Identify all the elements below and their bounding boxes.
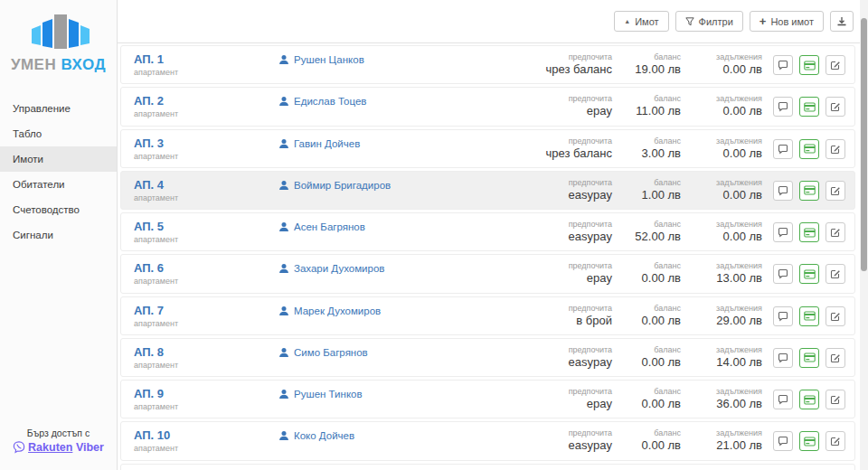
comment-icon (778, 227, 788, 238)
resident-cell: Рушен Цанков (278, 52, 522, 65)
due-stat: задължения 13.00 лв (693, 261, 762, 286)
sidebar-item-4[interactable]: Счетоводство (0, 197, 117, 222)
sidebar-footer: Бърз достъп с Rakuten Viber (0, 418, 117, 470)
edit-button[interactable] (826, 348, 845, 368)
scrollbar-track[interactable] (860, 0, 868, 470)
new-property-button[interactable]: + Нов имот (750, 11, 824, 32)
sidebar-item-3[interactable]: Обитатели (0, 172, 117, 197)
payment-button[interactable] (799, 306, 819, 326)
download-icon (836, 16, 847, 27)
resident-link[interactable]: Коко Дойчев (294, 430, 354, 441)
unit-number[interactable]: АП. 1 (134, 52, 278, 66)
resident-link[interactable]: Асен Багрянов (294, 221, 365, 232)
prefers-value: easypay (534, 438, 612, 453)
unit-number[interactable]: АП. 9 (134, 387, 278, 400)
note-button[interactable] (773, 181, 793, 201)
unit-number[interactable]: АП. 8 (134, 345, 278, 359)
note-button[interactable] (773, 55, 793, 75)
unit-number[interactable]: АП. 3 (134, 136, 278, 150)
edit-button[interactable] (826, 431, 845, 451)
edit-button[interactable] (826, 97, 845, 117)
note-button[interactable] (773, 348, 793, 368)
credit-card-icon (804, 352, 816, 362)
resident-link[interactable]: Едислав Тоцев (294, 96, 366, 107)
payment-button[interactable] (799, 181, 819, 201)
resident-link[interactable]: Гавин Дойчев (294, 138, 360, 149)
edit-button[interactable] (826, 139, 845, 159)
prefers-value: easypay (534, 355, 612, 370)
toolbar: ▲ Имот Филтри + Нов имот (118, 0, 868, 43)
payment-button[interactable] (799, 222, 819, 242)
quick-access-label: Бърз достъп с (0, 428, 117, 438)
export-button[interactable] (830, 11, 854, 32)
unit-number[interactable]: АП. 5 (134, 220, 278, 233)
resident-link[interactable]: Захари Духомиров (294, 263, 384, 274)
edit-button[interactable] (826, 181, 845, 201)
note-button[interactable] (773, 390, 793, 409)
resident-link[interactable]: Симо Багрянов (294, 347, 368, 358)
payment-button[interactable] (799, 431, 819, 451)
resident-link[interactable]: Рушен Тинков (294, 389, 363, 400)
viber-brand-word1: Rakuten (28, 441, 72, 454)
edit-button[interactable] (826, 55, 845, 75)
note-button[interactable] (773, 264, 793, 284)
balance-stat: баланс 1.00 лв (625, 178, 681, 202)
main-content: ▲ Имот Филтри + Нов имот А (118, 0, 868, 470)
payment-button[interactable] (799, 55, 819, 75)
balance-label: баланс (625, 94, 681, 103)
payment-button[interactable] (799, 97, 819, 117)
balance-stat: баланс 11.00 лв (625, 94, 681, 118)
unit-number[interactable]: АП. 4 (134, 178, 278, 192)
viber-link[interactable]: Rakuten Viber (13, 441, 104, 454)
filters-button[interactable]: Филтри (675, 11, 743, 32)
sidebar-item-0[interactable]: Управление (0, 96, 117, 121)
balance-label: баланс (625, 387, 681, 396)
edit-button[interactable] (826, 222, 845, 242)
unit-number[interactable]: АП. 6 (134, 261, 278, 275)
logo: УМЕН ВХОД (0, 0, 117, 83)
person-icon (278, 263, 289, 274)
payment-button[interactable] (799, 348, 819, 368)
sort-by-button[interactable]: ▲ Имот (614, 11, 668, 32)
plus-icon: + (760, 15, 767, 27)
note-button[interactable] (773, 139, 793, 159)
unit-number[interactable]: АП. 10 (134, 428, 278, 442)
resident-cell: Коко Дойчев (278, 428, 522, 441)
person-icon (278, 54, 289, 65)
sidebar-item-1[interactable]: Табло (0, 121, 117, 146)
resident-link[interactable]: Воймир Бригадиров (294, 180, 391, 191)
note-button[interactable] (773, 97, 793, 117)
prefers-label: предпочита (534, 52, 612, 61)
edit-button[interactable] (826, 264, 845, 284)
prefers-label: предпочита (534, 94, 612, 103)
balance-value: 0.00 лв (625, 438, 681, 453)
prefers-stat: предпочита чрез баланс (534, 136, 612, 161)
due-stat: задължения 14.00 лв (693, 345, 762, 370)
edit-button[interactable] (826, 390, 845, 409)
credit-card-icon (804, 311, 816, 321)
resident-cell: Марек Духомиров (278, 304, 522, 316)
edit-button[interactable] (826, 306, 845, 326)
due-label: задължения (693, 220, 762, 229)
note-button[interactable] (773, 222, 793, 242)
unit-number[interactable]: АП. 2 (134, 94, 278, 108)
prefers-label: предпочита (534, 345, 612, 354)
prefers-stat: предпочита в брой (534, 304, 612, 328)
resident-cell: Рушен Тинков (278, 387, 522, 400)
sidebar-item-5[interactable]: Сигнали (0, 222, 117, 248)
payment-button[interactable] (799, 264, 819, 284)
row-actions (773, 345, 845, 368)
unit-number[interactable]: АП. 7 (134, 304, 278, 317)
note-button[interactable] (773, 431, 793, 451)
scrollbar-thumb[interactable] (861, 18, 867, 271)
sidebar-item-2[interactable]: Имоти (0, 146, 117, 172)
unit-cell: АП. 4 апартамент (134, 178, 278, 202)
payment-button[interactable] (799, 139, 819, 159)
prefers-stat: предпочита epay (534, 387, 612, 411)
due-label: задължения (693, 94, 762, 103)
note-button[interactable] (773, 306, 793, 326)
resident-link[interactable]: Марек Духомиров (294, 306, 381, 316)
prefers-value: epay (534, 104, 612, 118)
payment-button[interactable] (799, 390, 819, 409)
resident-link[interactable]: Рушен Цанков (294, 54, 364, 65)
